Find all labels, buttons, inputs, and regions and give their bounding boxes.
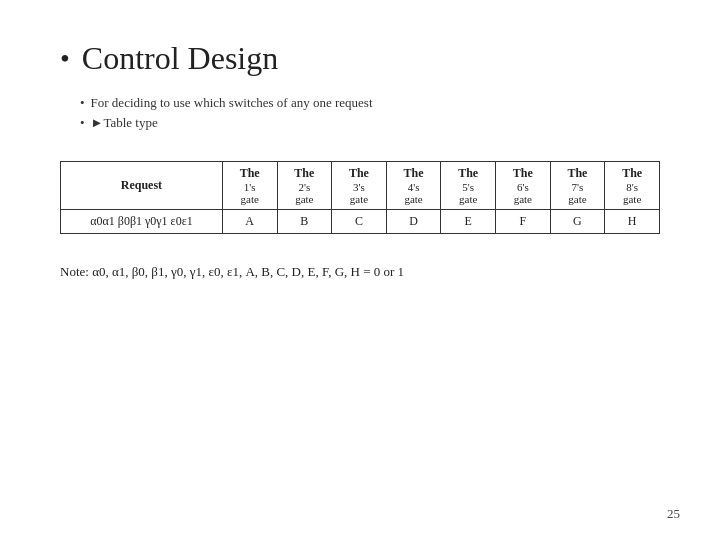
col-header-7: The 7's gate — [550, 162, 605, 210]
col-header-8: The 8's gate — [605, 162, 660, 210]
note-text: Note: α0, α1, β0, β1, γ0, γ1, ε0, ε1, A,… — [60, 264, 404, 279]
col-header-2: The 2's gate — [277, 162, 332, 210]
col-header-1: The 1's gate — [222, 162, 277, 210]
title-bullet: • — [60, 45, 70, 73]
subtitle-list: For deciding to use which switches of an… — [60, 95, 660, 131]
table-header-row: Request The 1's gate The 2's gate The 3'… — [61, 162, 660, 210]
value-cell-1: A — [222, 210, 277, 234]
col-header-6: The 6's gate — [496, 162, 551, 210]
table-section: Request The 1's gate The 2's gate The 3'… — [60, 161, 660, 234]
value-cell-5: E — [441, 210, 496, 234]
table-row: α0α1 β0β1 γ0γ1 ε0ε1 A B C D E F G H — [61, 210, 660, 234]
value-cell-8: H — [605, 210, 660, 234]
main-title-row: • Control Design — [60, 40, 660, 77]
subtitle-item-1: For deciding to use which switches of an… — [80, 95, 660, 111]
value-cell-4: D — [386, 210, 441, 234]
col-header-3: The 3's gate — [332, 162, 387, 210]
value-cell-7: G — [550, 210, 605, 234]
note-section: Note: α0, α1, β0, β1, γ0, γ1, ε0, ε1, A,… — [60, 264, 660, 280]
slide: • Control Design For deciding to use whi… — [0, 0, 720, 540]
value-cell-3: C — [332, 210, 387, 234]
subtitle-item-2: ►Table type — [80, 115, 660, 131]
value-cell-6: F — [496, 210, 551, 234]
value-cell-2: B — [277, 210, 332, 234]
request-header: Request — [61, 162, 223, 210]
control-table: Request The 1's gate The 2's gate The 3'… — [60, 161, 660, 234]
request-cell: α0α1 β0β1 γ0γ1 ε0ε1 — [61, 210, 223, 234]
col-header-4: The 4's gate — [386, 162, 441, 210]
col-header-5: The 5's gate — [441, 162, 496, 210]
subtitle-text-2: ►Table type — [91, 115, 158, 131]
title-text: Control Design — [82, 40, 278, 77]
page-number: 25 — [667, 506, 680, 522]
subtitle-text-1: For deciding to use which switches of an… — [91, 95, 373, 111]
